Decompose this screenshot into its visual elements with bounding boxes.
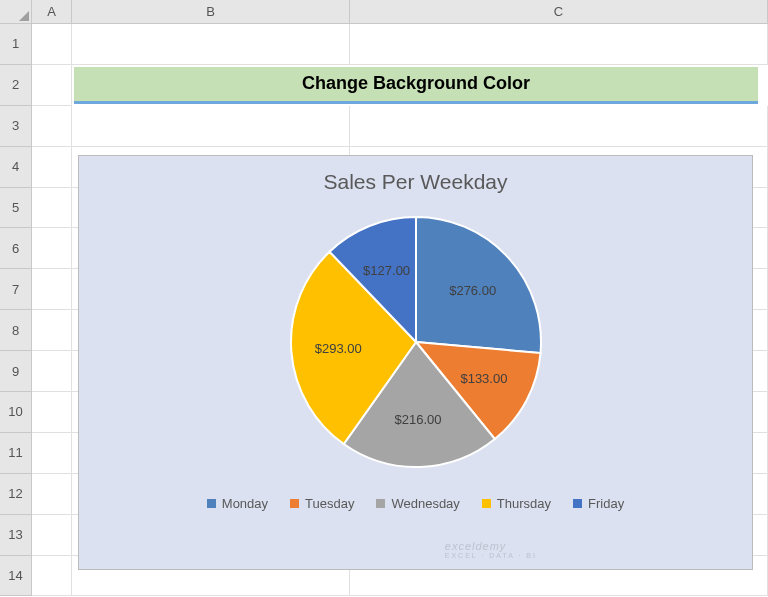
legend-swatch <box>573 499 582 508</box>
legend-item[interactable]: Wednesday <box>376 496 459 511</box>
legend-item[interactable]: Friday <box>573 496 624 511</box>
cell[interactable] <box>32 515 72 556</box>
data-label: $276.00 <box>449 282 496 297</box>
row-header[interactable]: 6 <box>0 228 32 269</box>
legend-swatch <box>376 499 385 508</box>
col-header-B[interactable]: B <box>72 0 350 24</box>
cell[interactable] <box>32 147 72 188</box>
data-label: $133.00 <box>460 371 507 386</box>
data-label: $293.00 <box>315 340 362 355</box>
col-header-A[interactable]: A <box>32 0 72 24</box>
legend-label: Thursday <box>497 496 551 511</box>
cell[interactable] <box>72 24 350 65</box>
legend-label: Wednesday <box>391 496 459 511</box>
legend-swatch <box>290 499 299 508</box>
cell[interactable] <box>32 310 72 351</box>
cell[interactable] <box>32 228 72 269</box>
row-header[interactable]: 12 <box>0 474 32 515</box>
legend-item[interactable]: Monday <box>207 496 268 511</box>
col-header-C[interactable]: C <box>350 0 768 24</box>
row-header[interactable]: 5 <box>0 188 32 229</box>
cell[interactable] <box>32 65 72 106</box>
cell[interactable] <box>32 351 72 392</box>
legend-swatch <box>482 499 491 508</box>
cell[interactable] <box>32 556 72 597</box>
row-header[interactable]: 7 <box>0 269 32 310</box>
row-header[interactable]: 2 <box>0 65 32 106</box>
legend-label: Monday <box>222 496 268 511</box>
cell[interactable] <box>32 24 72 65</box>
row-header[interactable]: 3 <box>0 106 32 147</box>
chart-title: Sales Per Weekday <box>323 170 507 194</box>
pie-plot-area[interactable]: $276.00$133.00$216.00$293.00$127.00 <box>286 212 546 472</box>
cell[interactable] <box>72 106 350 147</box>
row-header[interactable]: 13 <box>0 515 32 556</box>
data-label: $216.00 <box>395 412 442 427</box>
row-header[interactable]: 1 <box>0 24 32 65</box>
row-header[interactable]: 4 <box>0 147 32 188</box>
cell[interactable] <box>350 106 768 147</box>
chart-legend: MondayTuesdayWednesdayThursdayFriday <box>207 496 624 511</box>
cell[interactable] <box>32 474 72 515</box>
legend-item[interactable]: Tuesday <box>290 496 354 511</box>
legend-swatch <box>207 499 216 508</box>
cell[interactable] <box>32 269 72 310</box>
watermark: exceldemy EXCEL · DATA · BI <box>445 540 537 559</box>
cell[interactable] <box>32 106 72 147</box>
pie-chart[interactable]: Sales Per Weekday $276.00$133.00$216.00$… <box>78 155 753 570</box>
page-title[interactable]: Change Background Color <box>74 67 758 104</box>
cell[interactable] <box>350 24 768 65</box>
row-header[interactable]: 9 <box>0 351 32 392</box>
legend-label: Friday <box>588 496 624 511</box>
cell[interactable] <box>32 188 72 229</box>
legend-label: Tuesday <box>305 496 354 511</box>
cell[interactable] <box>32 433 72 474</box>
row-header[interactable]: 8 <box>0 310 32 351</box>
select-all-corner[interactable] <box>0 0 32 24</box>
row-header[interactable]: 11 <box>0 433 32 474</box>
cell[interactable] <box>32 392 72 433</box>
row-header[interactable]: 10 <box>0 392 32 433</box>
legend-item[interactable]: Thursday <box>482 496 551 511</box>
data-label: $127.00 <box>363 263 410 278</box>
row-header[interactable]: 14 <box>0 556 32 597</box>
